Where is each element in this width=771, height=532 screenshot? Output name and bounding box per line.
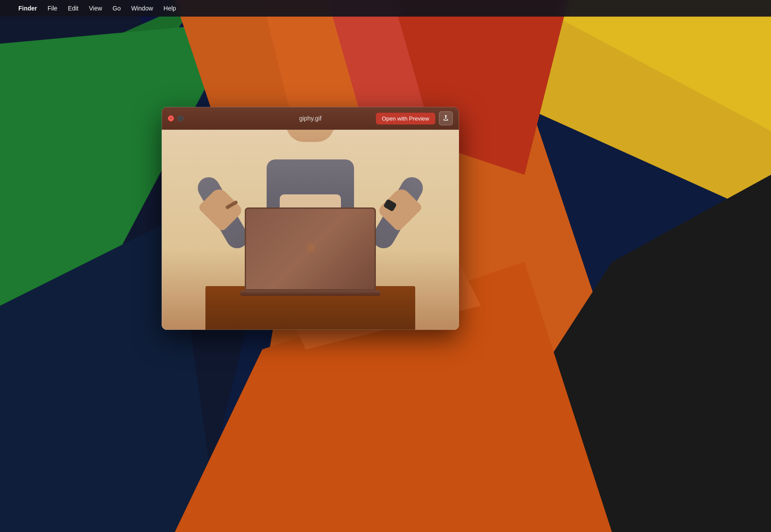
edit-menu[interactable]: Edit — [63, 3, 83, 14]
window-menu[interactable]: Window — [127, 3, 157, 14]
view-menu[interactable]: View — [84, 3, 106, 14]
hand-left — [198, 186, 244, 232]
apple-menu[interactable] — [5, 7, 12, 10]
head — [286, 130, 334, 142]
laptop-base — [240, 290, 380, 296]
go-menu[interactable]: Go — [108, 3, 125, 14]
minimize-button[interactable] — [177, 115, 184, 121]
share-button[interactable] — [439, 111, 453, 125]
help-menu[interactable]: Help — [159, 3, 181, 14]
apple-logo-laptop — [302, 240, 319, 258]
share-icon — [442, 114, 449, 123]
titlebar-actions: Open with Preview — [376, 111, 453, 125]
preview-scene — [162, 130, 459, 330]
close-icon: ✕ — [169, 116, 173, 121]
finder-menu[interactable]: Finder — [14, 3, 42, 14]
close-button[interactable]: ✕ — [168, 115, 174, 121]
laptop-screen — [245, 207, 376, 290]
quicklook-titlebar: ✕ giphy.gif Open with Preview — [162, 107, 459, 130]
open-with-preview-button[interactable]: Open with Preview — [376, 113, 435, 124]
arm-right — [368, 173, 427, 252]
window-controls: ✕ — [168, 115, 184, 121]
quicklook-window: ✕ giphy.gif Open with Preview — [162, 107, 459, 330]
hand-right — [377, 186, 423, 232]
file-menu[interactable]: File — [43, 3, 62, 14]
filename-label: giphy.gif — [299, 115, 321, 122]
laptop — [245, 207, 376, 295]
quicklook-content — [162, 130, 459, 330]
arm-left — [194, 173, 252, 252]
menubar: Finder File Edit View Go Window Help — [0, 0, 771, 17]
